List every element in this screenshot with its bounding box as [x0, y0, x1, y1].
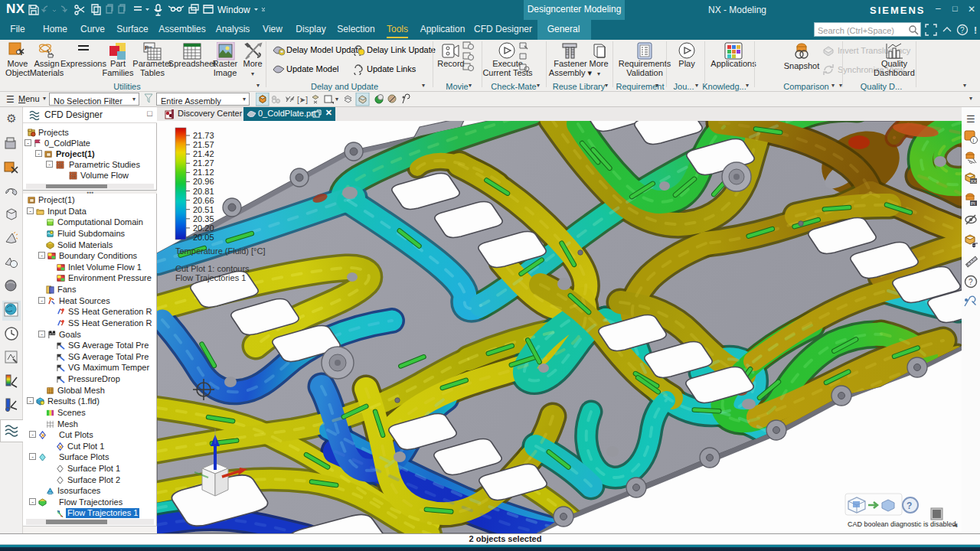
svg-text:?: ?: [906, 500, 912, 511]
svg-text:Temperature (Fluid) [°C]: Temperature (Fluid) [°C]: [175, 246, 266, 256]
svg-text:20.35: 20.35: [193, 214, 214, 223]
svg-text:20.20: 20.20: [193, 223, 214, 233]
svg-text:20.66: 20.66: [193, 196, 214, 205]
svg-text:CAD boolean diagnostic is disa: CAD boolean diagnostic is disabled.: [848, 520, 958, 528]
svg-text:Window: Window: [217, 5, 250, 15]
svg-text:[➤]: [➤]: [297, 96, 308, 104]
svg-text:21.27: 21.27: [193, 158, 214, 168]
svg-text:20.51: 20.51: [193, 205, 214, 214]
svg-text:◄: ◄: [952, 521, 959, 529]
svg-text:?: ?: [969, 278, 973, 286]
svg-text:!: !: [974, 25, 977, 36]
svg-text:20.96: 20.96: [193, 177, 214, 186]
svg-text:20.05: 20.05: [193, 233, 214, 242]
svg-text:PI: PI: [971, 201, 975, 206]
svg-text:XX: XX: [971, 179, 977, 184]
svg-text:▾: ▾: [335, 96, 338, 103]
svg-text:Flow Trajectories 1: Flow Trajectories 1: [175, 273, 246, 282]
svg-text:?: ?: [960, 26, 965, 34]
svg-text:21.12: 21.12: [193, 168, 214, 177]
svg-text:20.81: 20.81: [193, 187, 214, 196]
svg-text:21.42: 21.42: [193, 149, 214, 158]
svg-text:21.73: 21.73: [193, 131, 214, 140]
svg-text:Cut Plot 1: contours: Cut Plot 1: contours: [175, 264, 250, 273]
svg-text:21.57: 21.57: [193, 140, 214, 149]
